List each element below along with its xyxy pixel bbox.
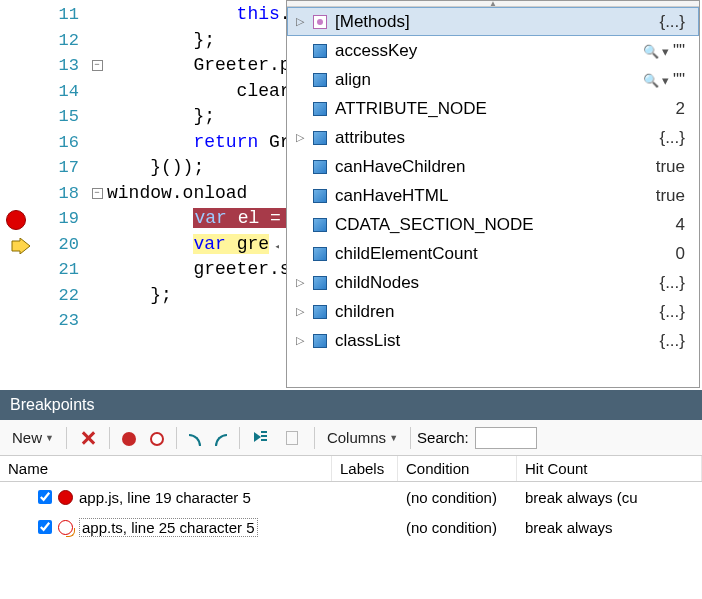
svg-marker-0 bbox=[12, 238, 30, 254]
panel-title: Breakpoints bbox=[0, 390, 702, 420]
debugger-datatip-popup[interactable]: ▲ ▷[Methods]{...}accessKey🔍 ▾ ""align🔍 ▾… bbox=[286, 0, 700, 388]
search-input[interactable] bbox=[475, 427, 537, 449]
enable-all-button[interactable] bbox=[116, 428, 142, 448]
line-number: 19 bbox=[35, 206, 87, 232]
datatip-row[interactable]: ▷attributes{...} bbox=[287, 123, 699, 152]
datatip-value: {...} bbox=[659, 128, 691, 148]
datatip-row[interactable]: ▷children{...} bbox=[287, 297, 699, 326]
line-number: 15 bbox=[35, 104, 87, 130]
line-number: 14 bbox=[35, 79, 87, 105]
property-icon bbox=[311, 304, 329, 320]
chevron-down-icon: ▼ bbox=[389, 433, 398, 443]
datatip-label: canHaveHTML bbox=[335, 186, 650, 206]
datatip-row[interactable]: childElementCount0 bbox=[287, 239, 699, 268]
fold-toggle[interactable]: − bbox=[92, 188, 103, 199]
property-icon bbox=[311, 275, 329, 291]
document-icon bbox=[284, 429, 302, 447]
datatip-label: attributes bbox=[335, 128, 653, 148]
datatip-value: true bbox=[656, 186, 691, 206]
expand-toggle-icon[interactable]: ▷ bbox=[295, 334, 305, 347]
breakpoints-panel: Breakpoints New▼ Columns▼ Search: Name L… bbox=[0, 390, 702, 599]
line-number: 18 bbox=[35, 181, 87, 207]
new-breakpoint-button[interactable]: New▼ bbox=[6, 427, 60, 448]
breakpoint-enabled-icon bbox=[122, 432, 136, 446]
expand-toggle-icon[interactable]: ▷ bbox=[295, 15, 305, 28]
separator bbox=[314, 427, 315, 449]
current-statement-arrow-icon bbox=[10, 238, 32, 254]
datatip-value: 🔍 ▾ "" bbox=[643, 41, 691, 61]
datatip-label: ATTRIBUTE_NODE bbox=[335, 99, 670, 119]
breakpoint-row[interactable]: app.js, line 19 character 5(no condition… bbox=[0, 482, 702, 512]
property-icon bbox=[311, 130, 329, 146]
property-icon bbox=[311, 72, 329, 88]
breakpoint-hitcount: break always (cu bbox=[517, 489, 702, 506]
goto-source-button[interactable] bbox=[246, 427, 276, 449]
separator bbox=[239, 427, 240, 449]
columns-button[interactable]: Columns▼ bbox=[321, 427, 404, 448]
methods-icon bbox=[311, 14, 329, 30]
breakpoint-name: app.ts, line 25 character 5 bbox=[79, 518, 258, 537]
property-icon bbox=[311, 43, 329, 59]
line-number: 21 bbox=[35, 257, 87, 283]
datatip-value: 2 bbox=[676, 99, 691, 119]
code-editor[interactable]: 11 12 13 14 15 16 17 18 19 20 21 22 23 −… bbox=[0, 0, 702, 390]
x-icon bbox=[79, 429, 97, 447]
collapse-triangle-icon[interactable]: ◂ bbox=[269, 242, 280, 252]
separator bbox=[410, 427, 411, 449]
disable-all-button[interactable] bbox=[144, 428, 170, 448]
expand-toggle-icon[interactable]: ▷ bbox=[295, 131, 305, 144]
glyph-margin[interactable] bbox=[0, 0, 35, 390]
datatip-row[interactable]: ▷classList{...} bbox=[287, 326, 699, 355]
property-icon bbox=[311, 159, 329, 175]
datatip-value: 0 bbox=[676, 244, 691, 264]
line-number: 17 bbox=[35, 155, 87, 181]
expand-toggle-icon[interactable]: ▷ bbox=[295, 276, 305, 289]
separator bbox=[109, 427, 110, 449]
breakpoint-enabled-checkbox[interactable] bbox=[38, 490, 52, 504]
search-label: Search: bbox=[417, 429, 469, 446]
delete-breakpoint-button[interactable] bbox=[73, 427, 103, 449]
datatip-label: children bbox=[335, 302, 653, 322]
datatip-label: canHaveChildren bbox=[335, 157, 650, 177]
datatip-row[interactable]: ATTRIBUTE_NODE2 bbox=[287, 94, 699, 123]
magnifier-icon[interactable]: 🔍 ▾ bbox=[643, 44, 673, 59]
datatip-label: CDATA_SECTION_NODE bbox=[335, 215, 670, 235]
breakpoint-glyph[interactable] bbox=[6, 210, 26, 230]
fold-toggle[interactable]: − bbox=[92, 60, 103, 71]
datatip-row[interactable]: CDATA_SECTION_NODE4 bbox=[287, 210, 699, 239]
breakpoint-enabled-checkbox[interactable] bbox=[38, 520, 52, 534]
datatip-value: {...} bbox=[659, 273, 691, 293]
grid-header[interactable]: Name Labels Condition Hit Count bbox=[0, 456, 702, 482]
datatip-row[interactable]: canHaveChildrentrue bbox=[287, 152, 699, 181]
property-icon bbox=[311, 188, 329, 204]
expand-toggle-icon[interactable]: ▷ bbox=[295, 305, 305, 318]
datatip-row[interactable]: ▷[Methods]{...} bbox=[287, 7, 699, 36]
arrow-right-icon bbox=[189, 434, 201, 446]
column-labels[interactable]: Labels bbox=[332, 456, 398, 481]
separator bbox=[176, 427, 177, 449]
column-name[interactable]: Name bbox=[0, 456, 332, 481]
show-source-button[interactable] bbox=[278, 427, 308, 449]
datatip-row[interactable]: align🔍 ▾ "" bbox=[287, 65, 699, 94]
datatip-value: 🔍 ▾ "" bbox=[643, 70, 691, 90]
breakpoint-row[interactable]: app.ts, line 25 character 5(no condition… bbox=[0, 512, 702, 542]
export-button[interactable] bbox=[183, 430, 207, 446]
breakpoints-toolbar: New▼ Columns▼ Search: bbox=[0, 420, 702, 456]
datatip-label: childNodes bbox=[335, 273, 653, 293]
datatip-value: {...} bbox=[659, 12, 691, 32]
line-number: 12 bbox=[35, 28, 87, 54]
breakpoints-grid[interactable]: app.js, line 19 character 5(no condition… bbox=[0, 482, 702, 542]
datatip-row[interactable]: accessKey🔍 ▾ "" bbox=[287, 36, 699, 65]
fold-gutter[interactable]: − − bbox=[87, 0, 107, 390]
datatip-label: [Methods] bbox=[335, 12, 653, 32]
line-number: 13 bbox=[35, 53, 87, 79]
import-button[interactable] bbox=[209, 430, 233, 446]
magnifier-icon[interactable]: 🔍 ▾ bbox=[643, 73, 673, 88]
datatip-row[interactable]: ▷childNodes{...} bbox=[287, 268, 699, 297]
column-hit-count[interactable]: Hit Count bbox=[517, 456, 702, 481]
chevron-down-icon: ▼ bbox=[45, 433, 54, 443]
datatip-row[interactable]: canHaveHTMLtrue bbox=[287, 181, 699, 210]
breakpoint-condition: (no condition) bbox=[398, 489, 517, 506]
column-condition[interactable]: Condition bbox=[398, 456, 517, 481]
arrow-left-icon bbox=[215, 434, 227, 446]
